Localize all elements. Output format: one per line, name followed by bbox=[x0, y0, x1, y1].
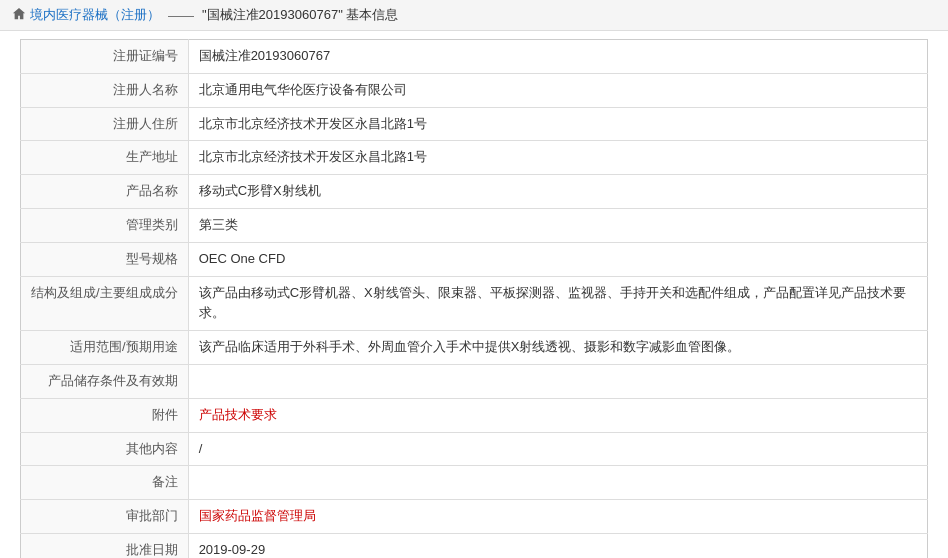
table-row: 批准日期2019-09-29 bbox=[21, 533, 928, 558]
field-value: 第三类 bbox=[188, 208, 927, 242]
table-row: 产品储存条件及有效期 bbox=[21, 364, 928, 398]
info-table: 注册证编号国械注准20193060767注册人名称北京通用电气华伦医疗设备有限公… bbox=[20, 39, 928, 558]
field-value: 移动式C形臂X射线机 bbox=[188, 175, 927, 209]
breadcrumb-home[interactable]: 境内医疗器械（注册） bbox=[30, 6, 160, 24]
field-label: 其他内容 bbox=[21, 432, 189, 466]
field-value: 北京市北京经济技术开发区永昌北路1号 bbox=[188, 141, 927, 175]
field-value: 该产品临床适用于外科手术、外周血管介入手术中提供X射线透视、摄影和数字减影血管图… bbox=[188, 331, 927, 365]
table-row: 审批部门国家药品监督管理局 bbox=[21, 500, 928, 534]
table-row: 管理类别第三类 bbox=[21, 208, 928, 242]
table-row: 注册证编号国械注准20193060767 bbox=[21, 40, 928, 74]
field-label: 结构及组成/主要组成成分 bbox=[21, 276, 189, 331]
table-row: 注册人名称北京通用电气华伦医疗设备有限公司 bbox=[21, 73, 928, 107]
content-area: 注册证编号国械注准20193060767注册人名称北京通用电气华伦医疗设备有限公… bbox=[0, 31, 948, 558]
field-label: 批准日期 bbox=[21, 533, 189, 558]
field-value: OEC One CFD bbox=[188, 242, 927, 276]
table-row: 结构及组成/主要组成成分该产品由移动式C形臂机器、X射线管头、限束器、平板探测器… bbox=[21, 276, 928, 331]
field-label: 注册人住所 bbox=[21, 107, 189, 141]
field-value: 国械注准20193060767 bbox=[188, 40, 927, 74]
field-value bbox=[188, 364, 927, 398]
table-row: 生产地址北京市北京经济技术开发区永昌北路1号 bbox=[21, 141, 928, 175]
field-label: 生产地址 bbox=[21, 141, 189, 175]
field-label: 产品名称 bbox=[21, 175, 189, 209]
field-value: 该产品由移动式C形臂机器、X射线管头、限束器、平板探测器、监视器、手持开关和选配… bbox=[188, 276, 927, 331]
field-label: 适用范围/预期用途 bbox=[21, 331, 189, 365]
breadcrumb-separator: —— bbox=[168, 8, 194, 23]
field-label: 审批部门 bbox=[21, 500, 189, 534]
field-value: / bbox=[188, 432, 927, 466]
field-label: 附件 bbox=[21, 398, 189, 432]
field-value bbox=[188, 466, 927, 500]
field-value: 北京通用电气华伦医疗设备有限公司 bbox=[188, 73, 927, 107]
field-value: 国家药品监督管理局 bbox=[188, 500, 927, 534]
field-label: 产品储存条件及有效期 bbox=[21, 364, 189, 398]
field-label: 备注 bbox=[21, 466, 189, 500]
page-header: 境内医疗器械（注册） —— "国械注准20193060767" 基本信息 bbox=[0, 0, 948, 31]
table-row: 其他内容/ bbox=[21, 432, 928, 466]
table-row: 备注 bbox=[21, 466, 928, 500]
breadcrumb-title: "国械注准20193060767" 基本信息 bbox=[202, 6, 398, 24]
field-value: 产品技术要求 bbox=[188, 398, 927, 432]
table-row: 适用范围/预期用途该产品临床适用于外科手术、外周血管介入手术中提供X射线透视、摄… bbox=[21, 331, 928, 365]
table-row: 注册人住所北京市北京经济技术开发区永昌北路1号 bbox=[21, 107, 928, 141]
field-label: 注册人名称 bbox=[21, 73, 189, 107]
table-row: 型号规格OEC One CFD bbox=[21, 242, 928, 276]
home-icon bbox=[12, 7, 26, 24]
field-label: 管理类别 bbox=[21, 208, 189, 242]
field-value: 北京市北京经济技术开发区永昌北路1号 bbox=[188, 107, 927, 141]
field-label: 型号规格 bbox=[21, 242, 189, 276]
table-row: 附件产品技术要求 bbox=[21, 398, 928, 432]
field-value: 2019-09-29 bbox=[188, 533, 927, 558]
table-row: 产品名称移动式C形臂X射线机 bbox=[21, 175, 928, 209]
field-label: 注册证编号 bbox=[21, 40, 189, 74]
